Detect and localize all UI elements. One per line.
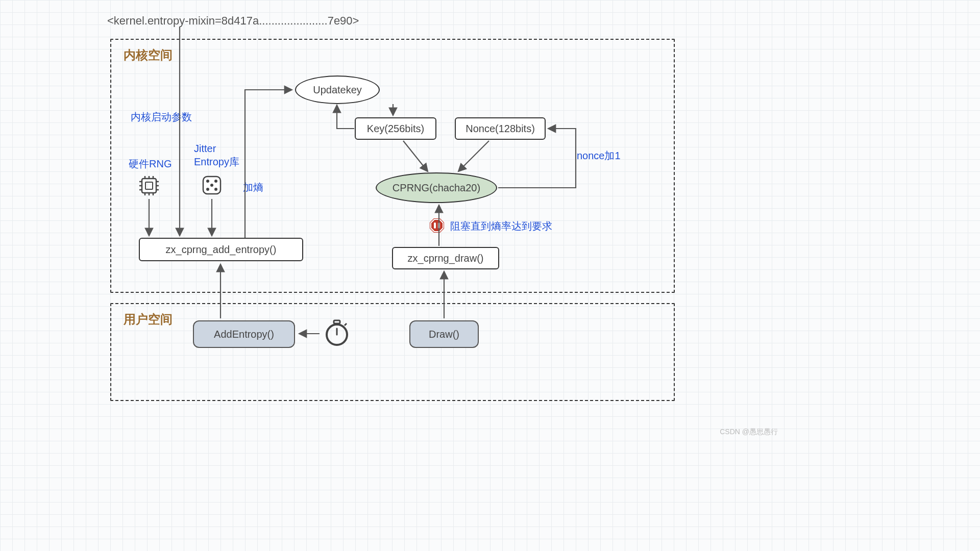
jitter-label: JitterEntropy库 <box>194 142 239 168</box>
svg-rect-25 <box>334 320 340 323</box>
user-space-box: 用户空间 <box>110 303 675 401</box>
stopwatch-icon <box>322 317 352 350</box>
kernel-space-title: 内核空间 <box>124 47 173 63</box>
svg-point-20 <box>214 180 217 183</box>
cprng-node: CPRNG(chacha20) <box>376 172 497 203</box>
nonce-node: Nonce(128bits) <box>455 117 546 140</box>
svg-point-19 <box>206 180 209 183</box>
block-until-label: 阻塞直到熵率达到要求 <box>450 219 552 233</box>
key-node: Key(256bits) <box>355 117 436 140</box>
svg-rect-2 <box>434 222 436 229</box>
add-entropy-cn-label: 加熵 <box>243 181 263 194</box>
add-entropy-user-node: AddEntropy() <box>193 320 295 348</box>
header-text: <kernel.entropy-mixin=8d417a............… <box>107 14 359 28</box>
add-entropy-syscall-node: zx_cprng_add_entropy() <box>139 238 303 261</box>
svg-point-23 <box>214 188 217 191</box>
svg-rect-3 <box>438 222 440 229</box>
nonce-plus-label: nonce加1 <box>577 149 621 162</box>
dice-icon <box>199 172 225 200</box>
updatekey-node: Updatekey <box>295 76 380 104</box>
hw-rng-label: 硬件RNG <box>129 157 172 170</box>
draw-syscall-node: zx_cprng_draw() <box>392 247 499 269</box>
svg-line-27 <box>345 323 347 325</box>
svg-point-21 <box>210 184 213 187</box>
stop-icon <box>429 217 445 234</box>
watermark: CSDN @愚思愚行 <box>720 428 778 437</box>
chip-icon <box>137 173 161 200</box>
kernel-boot-param-label: 内核启动参数 <box>131 110 192 123</box>
svg-rect-5 <box>145 182 153 189</box>
user-space-title: 用户空间 <box>124 311 173 328</box>
svg-rect-4 <box>142 179 156 193</box>
svg-point-22 <box>206 188 209 191</box>
svg-marker-1 <box>431 219 443 232</box>
draw-user-node: Draw() <box>409 320 479 348</box>
